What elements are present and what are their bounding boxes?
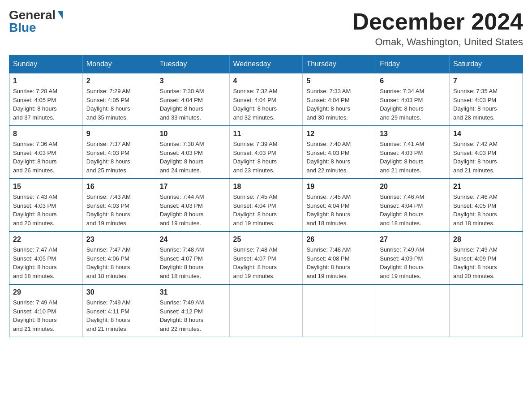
day-cell: 2Sunrise: 7:29 AMSunset: 4:05 PMDaylight… — [82, 73, 156, 126]
day-info: Sunrise: 7:29 AMSunset: 4:05 PMDaylight:… — [86, 87, 152, 122]
day-cell: 31Sunrise: 7:49 AMSunset: 4:12 PMDayligh… — [156, 284, 229, 337]
day-number: 16 — [86, 183, 152, 191]
day-info: Sunrise: 7:49 AMSunset: 4:12 PMDaylight:… — [160, 298, 226, 333]
header-cell-saturday: Saturday — [450, 56, 523, 73]
day-info: Sunrise: 7:32 AMSunset: 4:04 PMDaylight:… — [233, 87, 299, 122]
day-info: Sunrise: 7:45 AMSunset: 4:04 PMDaylight:… — [233, 193, 299, 227]
header-cell-thursday: Thursday — [303, 56, 376, 73]
week-row-1: 1Sunrise: 7:28 AMSunset: 4:05 PMDaylight… — [9, 73, 523, 126]
header-row: SundayMondayTuesdayWednesdayThursdayFrid… — [9, 56, 523, 73]
header-cell-sunday: Sunday — [9, 56, 83, 73]
logo-general: General — [9, 9, 56, 21]
day-info: Sunrise: 7:49 AMSunset: 4:09 PMDaylight:… — [380, 245, 446, 280]
day-number: 4 — [233, 77, 299, 85]
header-cell-wednesday: Wednesday — [229, 56, 303, 73]
day-number: 5 — [306, 77, 372, 85]
day-info: Sunrise: 7:41 AMSunset: 4:03 PMDaylight:… — [380, 140, 446, 175]
day-info: Sunrise: 7:42 AMSunset: 4:03 PMDaylight:… — [453, 140, 519, 175]
day-number: 12 — [306, 130, 372, 138]
logo-blue: Blue — [9, 21, 36, 34]
day-number: 15 — [13, 183, 79, 191]
day-cell: 8Sunrise: 7:36 AMSunset: 4:03 PMDaylight… — [9, 126, 83, 179]
day-number: 29 — [13, 288, 79, 296]
day-cell — [376, 284, 450, 337]
day-number: 22 — [13, 235, 79, 244]
day-cell: 7Sunrise: 7:35 AMSunset: 4:03 PMDaylight… — [450, 73, 523, 126]
day-number: 18 — [233, 183, 299, 191]
day-number: 2 — [86, 77, 152, 85]
day-cell: 23Sunrise: 7:47 AMSunset: 4:06 PMDayligh… — [82, 231, 156, 284]
day-cell: 13Sunrise: 7:41 AMSunset: 4:03 PMDayligh… — [376, 126, 450, 179]
logo: General Blue — [9, 9, 63, 34]
day-info: Sunrise: 7:48 AMSunset: 4:08 PMDaylight:… — [306, 245, 372, 280]
day-number: 28 — [453, 235, 519, 244]
day-cell: 5Sunrise: 7:33 AMSunset: 4:04 PMDaylight… — [303, 73, 376, 126]
day-number: 21 — [453, 183, 519, 191]
day-cell: 19Sunrise: 7:45 AMSunset: 4:04 PMDayligh… — [303, 179, 376, 231]
day-number: 19 — [306, 183, 372, 191]
day-info: Sunrise: 7:40 AMSunset: 4:03 PMDaylight:… — [306, 140, 372, 175]
day-cell: 22Sunrise: 7:47 AMSunset: 4:05 PMDayligh… — [9, 231, 83, 284]
day-cell: 15Sunrise: 7:43 AMSunset: 4:03 PMDayligh… — [9, 179, 83, 231]
day-cell: 9Sunrise: 7:37 AMSunset: 4:03 PMDaylight… — [82, 126, 156, 179]
day-cell: 21Sunrise: 7:46 AMSunset: 4:05 PMDayligh… — [450, 179, 523, 231]
week-row-5: 29Sunrise: 7:49 AMSunset: 4:10 PMDayligh… — [9, 284, 523, 337]
day-cell: 4Sunrise: 7:32 AMSunset: 4:04 PMDaylight… — [229, 73, 303, 126]
week-row-3: 15Sunrise: 7:43 AMSunset: 4:03 PMDayligh… — [9, 179, 523, 231]
day-info: Sunrise: 7:45 AMSunset: 4:04 PMDaylight:… — [306, 193, 372, 227]
day-info: Sunrise: 7:46 AMSunset: 4:04 PMDaylight:… — [380, 193, 446, 227]
day-cell — [450, 284, 523, 337]
week-row-2: 8Sunrise: 7:36 AMSunset: 4:03 PMDaylight… — [9, 126, 523, 179]
day-info: Sunrise: 7:48 AMSunset: 4:07 PMDaylight:… — [160, 245, 226, 280]
day-cell: 6Sunrise: 7:34 AMSunset: 4:03 PMDaylight… — [376, 73, 450, 126]
day-number: 10 — [160, 130, 226, 138]
day-number: 31 — [160, 288, 226, 296]
day-cell: 20Sunrise: 7:46 AMSunset: 4:04 PMDayligh… — [376, 179, 450, 231]
day-info: Sunrise: 7:30 AMSunset: 4:04 PMDaylight:… — [160, 87, 226, 122]
day-cell: 27Sunrise: 7:49 AMSunset: 4:09 PMDayligh… — [376, 231, 450, 284]
day-cell: 3Sunrise: 7:30 AMSunset: 4:04 PMDaylight… — [156, 73, 229, 126]
day-info: Sunrise: 7:49 AMSunset: 4:10 PMDaylight:… — [13, 298, 79, 333]
day-cell: 14Sunrise: 7:42 AMSunset: 4:03 PMDayligh… — [450, 126, 523, 179]
calendar-body: 1Sunrise: 7:28 AMSunset: 4:05 PMDaylight… — [9, 73, 523, 337]
day-cell: 29Sunrise: 7:49 AMSunset: 4:10 PMDayligh… — [9, 284, 83, 337]
day-info: Sunrise: 7:47 AMSunset: 4:05 PMDaylight:… — [13, 245, 79, 280]
calendar-title: December 2024 — [352, 9, 523, 34]
day-info: Sunrise: 7:37 AMSunset: 4:03 PMDaylight:… — [86, 140, 152, 175]
day-info: Sunrise: 7:34 AMSunset: 4:03 PMDaylight:… — [380, 87, 446, 122]
day-number: 27 — [380, 235, 446, 244]
calendar-table: SundayMondayTuesdayWednesdayThursdayFrid… — [9, 55, 523, 337]
week-row-4: 22Sunrise: 7:47 AMSunset: 4:05 PMDayligh… — [9, 231, 523, 284]
day-info: Sunrise: 7:48 AMSunset: 4:07 PMDaylight:… — [233, 245, 299, 280]
day-cell: 30Sunrise: 7:49 AMSunset: 4:11 PMDayligh… — [82, 284, 156, 337]
day-info: Sunrise: 7:44 AMSunset: 4:03 PMDaylight:… — [160, 193, 226, 227]
header-cell-tuesday: Tuesday — [156, 56, 229, 73]
header: General Blue December 2024 Omak, Washing… — [9, 9, 523, 48]
day-number: 3 — [160, 77, 226, 85]
day-cell: 24Sunrise: 7:48 AMSunset: 4:07 PMDayligh… — [156, 231, 229, 284]
day-number: 26 — [306, 235, 372, 244]
day-number: 8 — [13, 130, 79, 138]
day-number: 6 — [380, 77, 446, 85]
day-info: Sunrise: 7:43 AMSunset: 4:03 PMDaylight:… — [86, 193, 152, 227]
day-number: 9 — [86, 130, 152, 138]
day-number: 30 — [86, 288, 152, 296]
header-cell-monday: Monday — [82, 56, 156, 73]
day-cell: 11Sunrise: 7:39 AMSunset: 4:03 PMDayligh… — [229, 126, 303, 179]
day-number: 7 — [453, 77, 519, 85]
day-cell: 17Sunrise: 7:44 AMSunset: 4:03 PMDayligh… — [156, 179, 229, 231]
day-cell — [229, 284, 303, 337]
day-info: Sunrise: 7:49 AMSunset: 4:11 PMDaylight:… — [86, 298, 152, 333]
day-cell: 18Sunrise: 7:45 AMSunset: 4:04 PMDayligh… — [229, 179, 303, 231]
day-cell — [303, 284, 376, 337]
header-cell-friday: Friday — [376, 56, 450, 73]
calendar-header: SundayMondayTuesdayWednesdayThursdayFrid… — [9, 56, 523, 73]
day-info: Sunrise: 7:47 AMSunset: 4:06 PMDaylight:… — [86, 245, 152, 280]
day-number: 25 — [233, 235, 299, 244]
title-area: December 2024 Omak, Washington, United S… — [352, 9, 523, 48]
day-number: 23 — [86, 235, 152, 244]
day-number: 14 — [453, 130, 519, 138]
calendar-subtitle: Omak, Washington, United States — [352, 36, 523, 48]
day-info: Sunrise: 7:28 AMSunset: 4:05 PMDaylight:… — [13, 87, 79, 122]
day-cell: 1Sunrise: 7:28 AMSunset: 4:05 PMDaylight… — [9, 73, 83, 126]
